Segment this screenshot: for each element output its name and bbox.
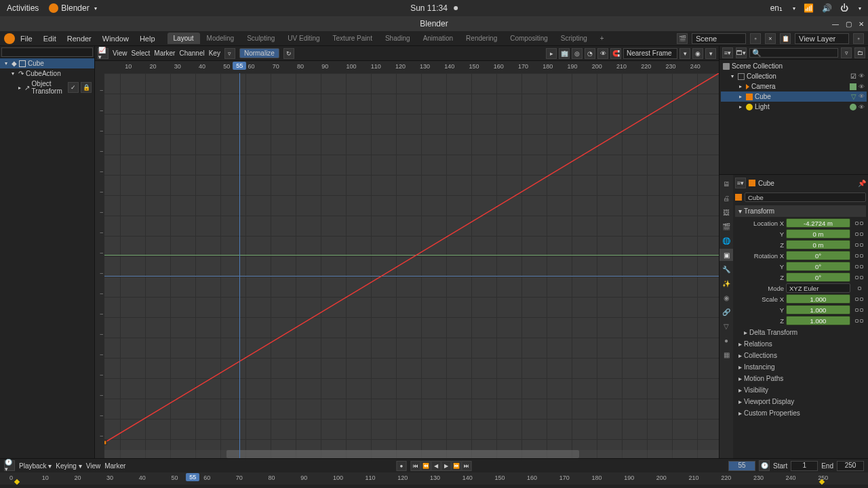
panel-motion-paths[interactable]: ▸Motion Paths bbox=[735, 373, 866, 384]
menu-render[interactable]: Render bbox=[62, 35, 97, 43]
tab-shading[interactable]: Shading bbox=[379, 33, 416, 44]
panel-transform[interactable]: ▾Transform bbox=[735, 205, 866, 217]
panel-viewport-display[interactable]: ▸Viewport Display bbox=[735, 396, 866, 407]
clock[interactable]: Sun 11:34 bbox=[410, 3, 458, 13]
auto-normalize-button[interactable]: ↻ bbox=[283, 48, 294, 59]
prop-tab-modifier[interactable]: 🔧 bbox=[719, 263, 733, 275]
outl-camera[interactable]: ▸Camera 👁 bbox=[721, 81, 867, 92]
prop-tab-scene[interactable]: 🎬 bbox=[719, 220, 733, 232]
prop-tab-material[interactable]: ● bbox=[719, 334, 733, 346]
snap-toggle[interactable]: 🧲 bbox=[610, 48, 621, 59]
scene-del-button[interactable]: × bbox=[765, 33, 776, 44]
current-frame-field[interactable]: 55 bbox=[728, 461, 755, 471]
channel-transform[interactable]: ▸↗ Object Transform ✓ 🔒 bbox=[0, 79, 94, 96]
pivot-icon[interactable]: ▸ bbox=[546, 48, 557, 59]
outl-collection[interactable]: ▾Collection ☑👁 bbox=[721, 71, 867, 81]
maximize-button[interactable]: ▢ bbox=[846, 20, 852, 28]
current-frame-marker[interactable]: 55 bbox=[233, 62, 246, 70]
graph-menu-view[interactable]: View bbox=[113, 49, 127, 57]
outl-scene-collection[interactable]: Scene Collection bbox=[721, 61, 867, 71]
power-icon[interactable]: ⏻ bbox=[840, 3, 848, 13]
autokey-button[interactable]: ● bbox=[397, 461, 407, 471]
preview-range-button[interactable]: 🕐 bbox=[759, 460, 770, 471]
play-button[interactable]: ▶ bbox=[441, 461, 452, 471]
snap-icon[interactable]: 🏢 bbox=[559, 48, 570, 59]
channel-cube[interactable]: ▾◆ Cube bbox=[0, 58, 94, 68]
panel-relations[interactable]: ▸Relations bbox=[735, 338, 866, 350]
rotation-z-field[interactable]: 0° bbox=[786, 272, 850, 282]
outliner-display-icon[interactable]: 🗔▾ bbox=[736, 47, 747, 58]
channel-mute-button[interactable]: ✓ bbox=[68, 82, 79, 93]
prop-tab-particle[interactable]: ✨ bbox=[719, 277, 733, 289]
editor-type-icon[interactable]: 📈▾ bbox=[98, 48, 108, 59]
volume-icon[interactable]: 🔊 bbox=[822, 3, 832, 13]
outliner-search[interactable]: 🔍 bbox=[749, 48, 838, 58]
prop-tab-output[interactable]: 🖨 bbox=[719, 192, 733, 204]
prop-tab-physics[interactable]: ◉ bbox=[719, 291, 733, 304]
prop-breadcrumb[interactable]: Cube bbox=[758, 180, 774, 187]
timeline-cursor[interactable]: 55 bbox=[186, 473, 199, 481]
panel-custom-props[interactable]: ▸Custom Properties bbox=[735, 407, 866, 419]
prop-tab-object[interactable]: ▣ bbox=[719, 249, 733, 261]
outliner-filter-icon[interactable]: ▿ bbox=[841, 47, 852, 58]
scene-name-field[interactable]: Scene bbox=[692, 33, 746, 44]
tab-texturepaint[interactable]: Texture Paint bbox=[327, 33, 378, 44]
object-name-field[interactable]: Cube bbox=[745, 192, 866, 202]
rotation-mode-dropdown[interactable]: XYZ Euler bbox=[786, 283, 850, 293]
graph-menu-channel[interactable]: Channel bbox=[179, 49, 204, 57]
timeline-view[interactable]: View bbox=[86, 462, 101, 470]
tab-compositing[interactable]: Compositing bbox=[504, 33, 554, 44]
snap-auto-button[interactable]: ▾ bbox=[679, 48, 690, 59]
panel-instancing[interactable]: ▸Instancing bbox=[735, 361, 866, 373]
scale-z-field[interactable]: 1.000 bbox=[786, 316, 850, 325]
pin-icon[interactable]: 📌 bbox=[858, 180, 866, 187]
viewlayer-browse-icon[interactable]: 📋 bbox=[780, 33, 791, 44]
start-frame-field[interactable]: 1 bbox=[791, 461, 818, 471]
playhead-line[interactable] bbox=[239, 73, 240, 458]
graph-menu-key[interactable]: Key bbox=[209, 49, 220, 57]
timeline-keyframe[interactable] bbox=[14, 479, 20, 485]
play-reverse-button[interactable]: ◀ bbox=[431, 461, 441, 471]
jump-end-button[interactable]: ⏭ bbox=[462, 461, 472, 471]
tab-uvediting[interactable]: UV Editing bbox=[281, 33, 326, 44]
prop-tab-viewlayer[interactable]: 🖼 bbox=[719, 206, 733, 218]
viewlayer-field[interactable]: View Layer bbox=[795, 33, 849, 44]
prop-tab-world[interactable]: 🌐 bbox=[719, 235, 733, 247]
prop-tab-texture[interactable]: ▦ bbox=[719, 348, 733, 361]
jump-prev-key-button[interactable]: ⏪ bbox=[421, 461, 431, 471]
tab-animation[interactable]: Animation bbox=[417, 33, 459, 44]
only-selected-icon[interactable]: ◔ bbox=[585, 48, 595, 59]
scene-new-button[interactable]: ▫ bbox=[750, 33, 761, 44]
channel-action[interactable]: ▾↷ CubeAction bbox=[0, 68, 94, 79]
tab-rendering[interactable]: Rendering bbox=[460, 33, 503, 44]
close-button[interactable]: ✕ bbox=[859, 20, 864, 28]
jump-next-key-button[interactable]: ⏩ bbox=[452, 461, 462, 471]
prop-editor-type-icon[interactable]: ≡▾ bbox=[735, 178, 746, 188]
channel-search-input[interactable] bbox=[1, 47, 93, 57]
timeline-ruler[interactable]: 0102030405055607080901001101201301401501… bbox=[0, 472, 868, 485]
falloff-icon[interactable]: ▾ bbox=[705, 48, 716, 59]
graph-canvas[interactable]: –––––––––––––––––– bbox=[95, 73, 719, 458]
outliner-type-icon[interactable]: ≡▾ bbox=[722, 47, 733, 58]
tab-scripting[interactable]: Scripting bbox=[555, 33, 593, 44]
graph-frame-ruler[interactable]: 1020304050556070809010011012013014015016… bbox=[95, 61, 719, 73]
outl-cube[interactable]: ▸Cube ▽👁 bbox=[721, 92, 867, 102]
end-frame-field[interactable]: 250 bbox=[837, 461, 864, 471]
blender-icon[interactable] bbox=[4, 33, 15, 44]
tab-add[interactable]: + bbox=[594, 33, 610, 44]
jump-start-button[interactable]: ⏮ bbox=[411, 461, 421, 471]
graph-horiz-scrollbar[interactable] bbox=[104, 450, 719, 458]
channel-lock-button[interactable]: 🔒 bbox=[81, 82, 92, 93]
scene-browse-icon[interactable]: 🎬 bbox=[677, 33, 688, 44]
lang-indicator[interactable]: en₁ bbox=[770, 3, 783, 13]
show-hidden-icon[interactable]: 👁 bbox=[597, 48, 608, 59]
scale-x-field[interactable]: 1.000 bbox=[786, 294, 850, 304]
outliner-new-collection-icon[interactable]: 🗀 bbox=[854, 47, 865, 58]
app-indicator[interactable]: Blender▾ bbox=[49, 3, 96, 13]
filter-icon[interactable]: ▿ bbox=[224, 48, 235, 59]
menu-help[interactable]: Help bbox=[134, 35, 161, 43]
graph-menu-marker[interactable]: Marker bbox=[154, 49, 175, 57]
panel-visibility[interactable]: ▸Visibility bbox=[735, 384, 866, 396]
tab-modeling[interactable]: Modeling bbox=[201, 33, 241, 44]
panel-collections[interactable]: ▸Collections bbox=[735, 350, 866, 361]
